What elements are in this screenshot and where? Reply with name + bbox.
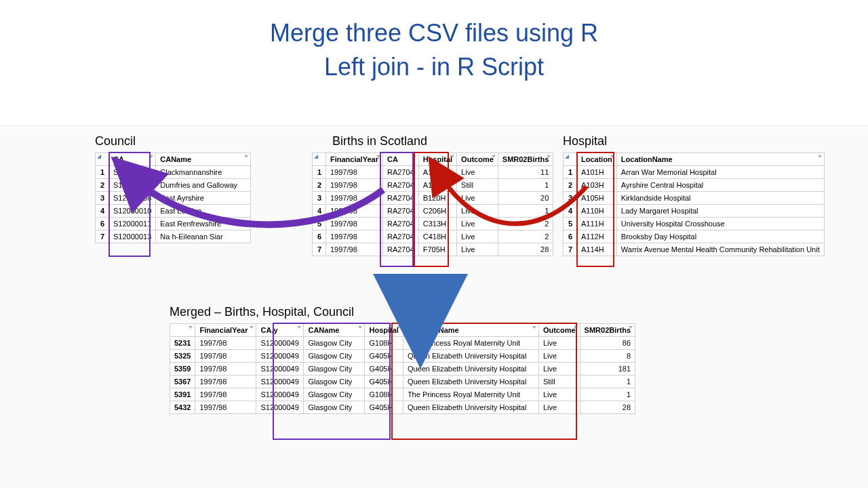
cell: 5359 [170, 363, 195, 375]
births-table: FinancialYear CA Hospital Outcome SMR02B… [312, 152, 553, 256]
cell: 1 [313, 166, 326, 179]
table-row: 2A103HAyrshire Central Hospital [564, 179, 825, 192]
page-title-2: Left join - in R Script [0, 53, 868, 81]
council-label: Council [95, 134, 251, 148]
cell: 28 [580, 401, 635, 414]
cell: G405H [365, 363, 403, 375]
cell: East Renfrewshire [156, 218, 251, 230]
births-label: Births in Scotland [332, 134, 553, 148]
cell: The Princess Royal Maternity Unit [403, 337, 538, 350]
cell: 6 [96, 218, 109, 230]
cell: 1997/98 [326, 218, 383, 230]
cell: S12000010 [109, 205, 156, 218]
table-row: 54321997/98S12000049Glasgow CityG405HQue… [170, 401, 635, 414]
sort-corner [96, 153, 109, 166]
cell: East Lothian [156, 205, 251, 218]
cell: 7 [564, 243, 577, 256]
cell: 1997/98 [195, 363, 256, 375]
cell: 5325 [170, 350, 195, 363]
cell: A112H [577, 230, 617, 243]
merged-panel: Merged – Births, Hospital, Council Finan… [170, 305, 635, 414]
cell: Arran War Memorial Hospital [616, 166, 824, 179]
cell: Glasgow City [304, 401, 365, 414]
cell: A103H [418, 166, 456, 179]
cell: 3 [96, 192, 109, 205]
table-row: 31997/98RA2704B120HLive20 [313, 192, 553, 205]
col-fy: FinancialYear [326, 153, 383, 166]
cell: G108H [365, 337, 403, 350]
table-row: 53911997/98S12000049Glasgow CityG108HThe… [170, 388, 635, 401]
page-title-1: Merge three CSV files using R [0, 19, 868, 47]
cell: Live [538, 388, 580, 401]
cell: Glasgow City [304, 350, 365, 363]
table-row: 71997/98RA2704F705HLive28 [313, 243, 553, 256]
cell: East Ayrshire [156, 192, 251, 205]
cell: 2 [564, 179, 577, 192]
table-row: 1A101HArran War Memorial Hospital [564, 166, 825, 179]
cell: G405H [365, 401, 403, 414]
cell: S12000049 [256, 350, 304, 363]
cell: 1 [580, 388, 635, 401]
table-row: 4A110HLady Margaret Hospital [564, 205, 825, 218]
col-caname: CAName [304, 324, 365, 337]
col-cay: CA.y [256, 324, 304, 337]
cell: 7 [96, 230, 109, 243]
cell: Queen Elizabeth University Hospital [403, 401, 538, 414]
cell: 3 [564, 192, 577, 205]
cell: Ayrshire Central Hospital [616, 179, 824, 192]
cell: A105H [577, 192, 617, 205]
cell: 1997/98 [195, 375, 256, 388]
cell: G405H [365, 350, 403, 363]
col-smr: SMR02Births [580, 324, 635, 337]
cell: 7 [313, 243, 326, 256]
hospital-table: Location LocationName 1A101HArran War Me… [563, 152, 825, 256]
col-ca: CA [382, 153, 418, 166]
cell: 1997/98 [326, 205, 383, 218]
table-row: 53671997/98S12000049Glasgow CityG405HQue… [170, 375, 635, 388]
cell: Brooksby Day Hospital [616, 230, 824, 243]
cell: RA2704 [382, 205, 418, 218]
table-row: 6A112HBrooksby Day Hospital [564, 230, 825, 243]
cell: 5 [313, 218, 326, 230]
cell: C313H [418, 218, 456, 230]
table-row: 3S12000008East Ayrshire [96, 192, 251, 205]
table-row: 11997/98RA2704A103HLive11 [313, 166, 553, 179]
cell: Kirklandside Hospital [616, 192, 824, 205]
col-outcome: Outcome [457, 153, 498, 166]
cell: 6 [564, 230, 577, 243]
cell: Live [538, 401, 580, 414]
cell: RA2704 [382, 230, 418, 243]
cell: Clackmannanshire [156, 166, 251, 179]
cell: G405H [365, 375, 403, 388]
cell: 11 [498, 166, 553, 179]
cell: RA2704 [382, 179, 418, 192]
cell: Na h-Eileanan Siar [156, 230, 251, 243]
cell: S12000049 [256, 388, 304, 401]
cell: 1997/98 [326, 230, 383, 243]
cell: 1997/98 [326, 243, 383, 256]
cell: S12000049 [256, 401, 304, 414]
table-row: 51997/98RA2704C313HLive2 [313, 218, 553, 230]
cell: S12000049 [256, 337, 304, 350]
cell: 2 [313, 179, 326, 192]
col-hospital: Hospital [418, 153, 456, 166]
table-row: 1S12000005Clackmannanshire [96, 166, 251, 179]
cell: Dumfries and Galloway [156, 179, 251, 192]
cell: 1 [564, 166, 577, 179]
cell: 5432 [170, 401, 195, 414]
table-row: 6S12000011East Renfrewshire [96, 218, 251, 230]
cell: G108H [365, 388, 403, 401]
cell: RA2704 [382, 218, 418, 230]
table-row: 53251997/98S12000049Glasgow CityG405HQue… [170, 350, 635, 363]
cell: Glasgow City [304, 363, 365, 375]
table-row: 7S12000013Na h-Eileanan Siar [96, 230, 251, 243]
cell: Live [457, 205, 498, 218]
cell: 1997/98 [195, 401, 256, 414]
table-row: 53591997/98S12000049Glasgow CityG405HQue… [170, 363, 635, 375]
cell: Still [538, 375, 580, 388]
cell: 1 [498, 179, 553, 192]
cell: S12000049 [256, 375, 304, 388]
sort-corner [313, 153, 326, 166]
cell: 1 [96, 166, 109, 179]
cell: F705H [418, 243, 456, 256]
